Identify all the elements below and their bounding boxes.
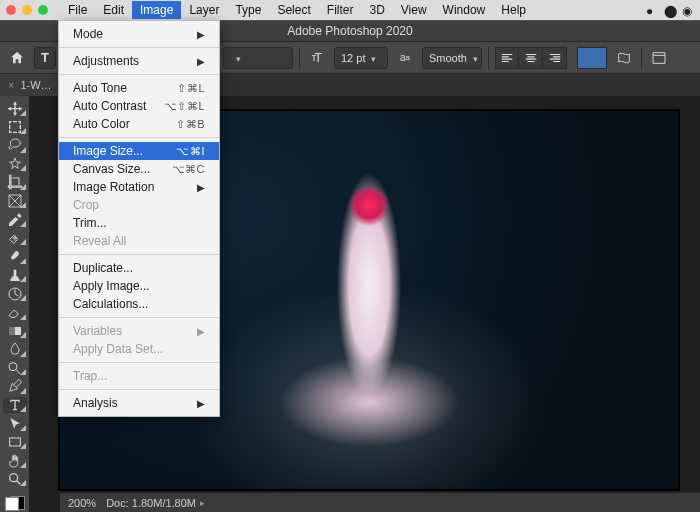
history-brush-tool[interactable] bbox=[3, 285, 27, 302]
menu-item-apply-image[interactable]: Apply Image... bbox=[59, 277, 219, 295]
crop-tool[interactable] bbox=[3, 174, 27, 191]
color-swatches[interactable] bbox=[3, 495, 27, 512]
brush-tool[interactable] bbox=[3, 248, 27, 265]
document-tab[interactable]: × 1-W… bbox=[0, 74, 61, 96]
move-tool[interactable] bbox=[3, 100, 27, 117]
font-style-field[interactable] bbox=[223, 47, 293, 69]
zoom-tool[interactable] bbox=[3, 471, 27, 488]
menu-separator bbox=[59, 137, 219, 138]
minimize-window-icon[interactable] bbox=[22, 5, 32, 15]
menu-select[interactable]: Select bbox=[269, 1, 318, 19]
path-select-tool[interactable] bbox=[3, 415, 27, 432]
menu-item-calculations[interactable]: Calculations... bbox=[59, 295, 219, 313]
menu-item-auto-contrast[interactable]: Auto Contrast⌥⇧⌘L bbox=[59, 97, 219, 115]
tool-preset-type-icon[interactable]: T bbox=[34, 47, 56, 69]
menu-separator bbox=[59, 254, 219, 255]
menu-item-auto-color[interactable]: Auto Color⇧⌘B bbox=[59, 115, 219, 133]
frame-tool[interactable] bbox=[3, 193, 27, 210]
divider bbox=[488, 47, 489, 69]
menu-item-label: Auto Tone bbox=[73, 81, 127, 95]
menu-item-image-size[interactable]: Image Size...⌥⌘I bbox=[59, 142, 219, 160]
menu-item-label: Duplicate... bbox=[73, 261, 133, 275]
blur-tool[interactable] bbox=[3, 341, 27, 358]
home-button[interactable] bbox=[6, 47, 28, 69]
menu-edit[interactable]: Edit bbox=[95, 1, 132, 19]
align-left-button[interactable] bbox=[495, 47, 519, 69]
document-tab-label: 1-W… bbox=[20, 79, 51, 91]
clone-stamp-tool[interactable] bbox=[3, 267, 27, 284]
tools-panel bbox=[0, 96, 30, 512]
menu-item-crop: Crop bbox=[59, 196, 219, 214]
menu-item-adjustments[interactable]: Adjustments▶ bbox=[59, 52, 219, 70]
lasso-tool[interactable] bbox=[3, 137, 27, 154]
submenu-arrow-icon: ▶ bbox=[197, 182, 205, 193]
quick-select-tool[interactable] bbox=[3, 156, 27, 173]
font-size-field[interactable]: 12 pt bbox=[334, 47, 388, 69]
menu-separator bbox=[59, 362, 219, 363]
hand-tool[interactable] bbox=[3, 452, 27, 469]
text-color-swatch[interactable] bbox=[577, 47, 607, 69]
dodge-tool[interactable] bbox=[3, 360, 27, 377]
menu-item-analysis[interactable]: Analysis▶ bbox=[59, 394, 219, 412]
antialias-label-icon: aa bbox=[394, 47, 416, 69]
zoom-window-icon[interactable] bbox=[38, 5, 48, 15]
antialias-field[interactable]: Smooth bbox=[422, 47, 482, 69]
menu-image[interactable]: Image bbox=[132, 1, 181, 19]
menu-separator bbox=[59, 317, 219, 318]
menu-file[interactable]: File bbox=[60, 1, 95, 19]
menu-item-label: Trim... bbox=[73, 216, 107, 230]
submenu-arrow-icon: ▶ bbox=[197, 29, 205, 40]
image-menu-dropdown: Mode▶Adjustments▶Auto Tone⇧⌘LAuto Contra… bbox=[58, 20, 220, 417]
zoom-level[interactable]: 200% bbox=[68, 497, 96, 509]
healing-brush-tool[interactable] bbox=[3, 230, 27, 247]
menu-separator bbox=[59, 389, 219, 390]
panel-toggle-button[interactable] bbox=[648, 47, 670, 69]
menu-item-auto-tone[interactable]: Auto Tone⇧⌘L bbox=[59, 79, 219, 97]
menu-shortcut: ⌥⌘C bbox=[172, 163, 205, 176]
color-swatch[interactable] bbox=[577, 47, 607, 69]
menu-shortcut: ⇧⌘L bbox=[177, 82, 205, 95]
foreground-swatch[interactable] bbox=[5, 497, 19, 511]
divider bbox=[641, 47, 642, 69]
rectangle-tool[interactable] bbox=[3, 434, 27, 451]
menu-item-label: Auto Contrast bbox=[73, 99, 146, 113]
menu-extras: ● ⬤ ◉ bbox=[646, 4, 694, 16]
close-window-icon[interactable] bbox=[6, 5, 16, 15]
menu-item-mode[interactable]: Mode▶ bbox=[59, 25, 219, 43]
status-icon: ● bbox=[646, 4, 658, 16]
menu-shortcut: ⌥⌘I bbox=[176, 145, 205, 158]
menu-item-trim[interactable]: Trim... bbox=[59, 214, 219, 232]
menu-item-canvas-size[interactable]: Canvas Size...⌥⌘C bbox=[59, 160, 219, 178]
close-tab-icon[interactable]: × bbox=[8, 79, 14, 91]
menu-shortcut: ⇧⌘B bbox=[176, 118, 205, 131]
menu-item-label: Mode bbox=[73, 27, 103, 41]
menu-item-reveal-all: Reveal All bbox=[59, 232, 219, 250]
menu-item-label: Apply Image... bbox=[73, 279, 150, 293]
pen-tool[interactable] bbox=[3, 378, 27, 395]
menu-help[interactable]: Help bbox=[493, 1, 534, 19]
submenu-arrow-icon: ▶ bbox=[197, 56, 205, 67]
type-tool[interactable] bbox=[3, 397, 27, 414]
menu-window[interactable]: Window bbox=[435, 1, 494, 19]
align-right-button[interactable] bbox=[543, 47, 567, 69]
doc-info[interactable]: Doc: 1.80M/1.80M▸ bbox=[106, 497, 205, 509]
menu-filter[interactable]: Filter bbox=[319, 1, 362, 19]
menu-shortcut: ⌥⇧⌘L bbox=[164, 100, 205, 113]
menu-3d[interactable]: 3D bbox=[361, 1, 392, 19]
menu-item-duplicate[interactable]: Duplicate... bbox=[59, 259, 219, 277]
menu-item-label: Canvas Size... bbox=[73, 162, 150, 176]
eyedropper-tool[interactable] bbox=[3, 211, 27, 228]
menu-item-image-rotation[interactable]: Image Rotation▶ bbox=[59, 178, 219, 196]
gradient-tool[interactable] bbox=[3, 323, 27, 340]
menu-type[interactable]: Type bbox=[227, 1, 269, 19]
menu-separator bbox=[59, 47, 219, 48]
rect-marquee-tool[interactable] bbox=[3, 119, 27, 136]
warp-text-button[interactable] bbox=[613, 47, 635, 69]
app-title: Adobe Photoshop 2020 bbox=[287, 24, 412, 38]
menu-layer[interactable]: Layer bbox=[181, 1, 227, 19]
chevron-right-icon: ▸ bbox=[200, 498, 205, 508]
menu-item-label: Variables bbox=[73, 324, 122, 338]
menu-view[interactable]: View bbox=[393, 1, 435, 19]
eraser-tool[interactable] bbox=[3, 304, 27, 321]
align-center-button[interactable] bbox=[519, 47, 543, 69]
